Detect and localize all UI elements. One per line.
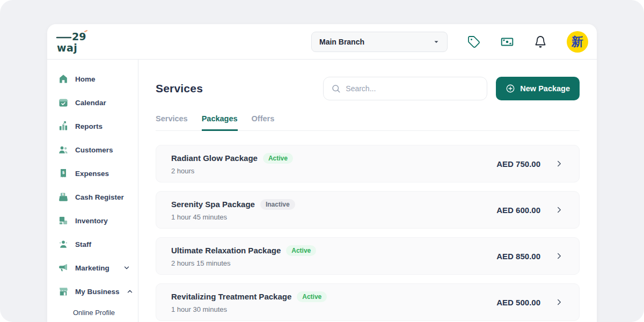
sidebar-item-label: My Business	[75, 288, 120, 296]
tab-packages[interactable]: Packages	[202, 114, 238, 131]
staff-icon	[58, 239, 69, 250]
sidebar-item-label: Calendar	[75, 99, 106, 107]
sidebar: Home Calendar Reports Customers $ Expens…	[47, 60, 138, 322]
chevron-right-icon	[554, 251, 564, 261]
status-badge: Active	[263, 153, 293, 164]
content-header: Services New Package	[156, 77, 580, 100]
package-name: Serenity Spa Package	[171, 200, 255, 209]
topbar: 29 waj Main Branch	[47, 24, 597, 60]
chevron-down-icon	[433, 39, 440, 45]
sidebar-item-my-business[interactable]: My Business	[47, 280, 138, 303]
package-name: Revitalizing Treatment Package	[171, 292, 291, 301]
avatar-text: 新	[572, 34, 583, 50]
sidebar-item-customers[interactable]: Customers	[47, 138, 138, 162]
package-name: Ultimate Relaxation Package	[171, 246, 281, 255]
package-price: AED 750.00	[496, 159, 540, 169]
tab-services[interactable]: Services	[156, 114, 188, 131]
sidebar-item-label: Reports	[75, 122, 103, 130]
sidebar-item-calendar[interactable]: Calendar	[47, 91, 138, 114]
svg-text:$: $	[62, 193, 64, 196]
chevron-down-icon	[123, 264, 130, 272]
package-duration: 1 hour 30 minutes	[171, 305, 327, 313]
search-icon	[331, 84, 341, 93]
sidebar-item-label: Cash Register	[75, 193, 124, 201]
chevron-right-icon	[554, 297, 564, 307]
marketing-icon	[58, 262, 69, 273]
chevron-right-icon	[554, 159, 564, 169]
sidebar-item-expenses[interactable]: $ Expenses	[47, 162, 138, 185]
package-row[interactable]: Radiant Glow Package Active 2 hours AED …	[156, 145, 580, 182]
calendar-icon	[58, 97, 69, 108]
app-body: Home Calendar Reports Customers $ Expens…	[47, 60, 597, 322]
plus-circle-icon	[506, 84, 515, 93]
package-duration: 2 hours 15 minutes	[171, 259, 316, 267]
package-duration: 2 hours	[171, 167, 293, 175]
new-package-label: New Package	[520, 84, 570, 93]
sidebar-item-inventory[interactable]: Inventory	[47, 209, 138, 232]
cash-register-icon: $	[58, 192, 69, 202]
svg-text:$: $	[62, 170, 64, 175]
sidebar-item-label: Home	[75, 75, 96, 83]
branch-selector-value: Main Branch	[319, 38, 364, 46]
package-row[interactable]: Ultimate Relaxation Package Active 2 hou…	[156, 237, 580, 275]
main-content: Services New Package	[138, 60, 597, 322]
tabs: Services Packages Offers	[156, 114, 580, 131]
chevron-right-icon	[554, 205, 564, 215]
sidebar-item-staff[interactable]: Staff	[47, 232, 138, 256]
package-duration: 1 hour 45 minutes	[171, 213, 295, 221]
header-actions: New Package	[323, 77, 580, 100]
expenses-icon: $	[58, 168, 69, 179]
package-price: AED 850.00	[496, 252, 540, 261]
tab-offers[interactable]: Offers	[252, 114, 275, 131]
inventory-icon	[58, 215, 69, 226]
sidebar-item-marketing[interactable]: Marketing	[47, 256, 138, 280]
banknote-icon[interactable]	[500, 35, 514, 49]
package-price: AED 500.00	[496, 298, 540, 307]
bell-icon[interactable]	[533, 35, 547, 49]
topbar-right: Main Branch	[311, 31, 588, 53]
home-icon	[58, 74, 69, 84]
status-badge: Inactive	[260, 199, 295, 210]
chevron-up-icon	[126, 288, 134, 295]
search-input[interactable]	[346, 84, 479, 93]
package-name: Radiant Glow Package	[171, 153, 258, 163]
new-package-button[interactable]: New Package	[496, 77, 580, 100]
sidebar-item-label: Expenses	[75, 170, 109, 178]
page-title: Services	[156, 82, 203, 95]
waj-logo: 29 waj	[55, 30, 92, 54]
logo-top-text: 29	[72, 31, 86, 42]
package-list: Radiant Glow Package Active 2 hours AED …	[156, 145, 580, 321]
branch-selector[interactable]: Main Branch	[311, 32, 448, 52]
sidebar-item-cash-register[interactable]: $ Cash Register	[47, 185, 138, 209]
package-row[interactable]: Revitalizing Treatment Package Active 1 …	[156, 283, 580, 321]
logo-bottom-text: waj	[57, 42, 77, 54]
package-row[interactable]: Serenity Spa Package Inactive 1 hour 45 …	[156, 191, 580, 229]
tag-icon[interactable]	[467, 35, 481, 49]
sidebar-subitem[interactable]: Online Profile	[47, 303, 138, 321]
sidebar-item-reports[interactable]: Reports	[47, 114, 138, 138]
status-badge: Active	[286, 245, 316, 256]
sidebar-item-label: Staff	[75, 240, 91, 248]
app-window: 29 waj Main Branch	[47, 24, 597, 322]
reports-icon	[58, 121, 69, 131]
sidebar-item-home[interactable]: Home	[47, 67, 138, 91]
package-price: AED 600.00	[496, 206, 540, 215]
customers-icon	[58, 144, 69, 155]
user-avatar[interactable]: 新	[567, 31, 588, 53]
sidebar-item-label: Marketing	[75, 264, 109, 272]
status-badge: Active	[297, 291, 327, 302]
sidebar-item-label: Inventory	[75, 217, 108, 225]
search-box	[323, 77, 487, 100]
sidebar-item-label: Customers	[75, 146, 113, 154]
my-business-icon	[58, 286, 69, 297]
